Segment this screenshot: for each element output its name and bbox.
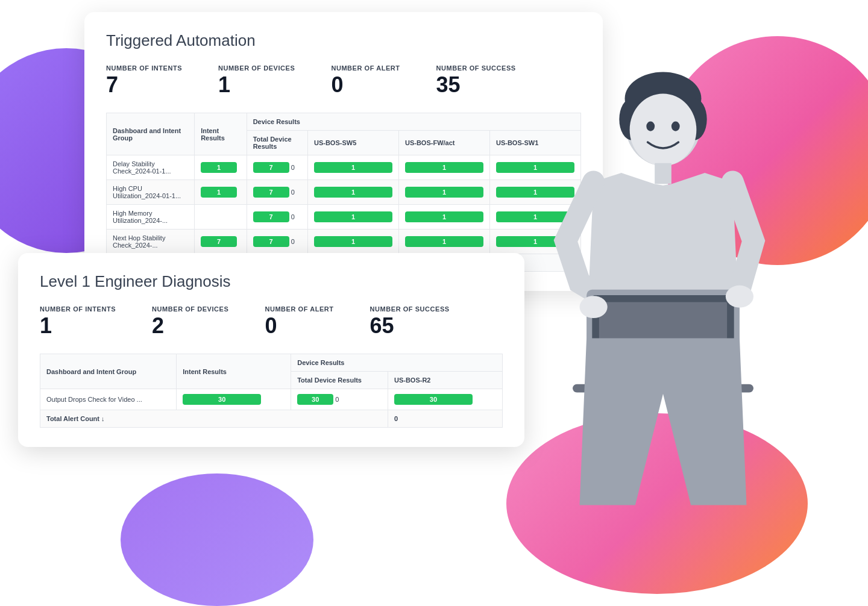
svg-rect-7	[655, 163, 671, 184]
stat-devices-label-back: NUMBER OF DEVICES	[218, 64, 295, 72]
col-total-back: Total Device Results	[247, 131, 307, 155]
cell-name[interactable]: Next Hop Stability Check_2024-...	[107, 230, 195, 254]
stat-success-label-front: NUMBER OF SUCCESS	[370, 305, 450, 313]
svg-point-4	[630, 93, 697, 166]
stat-devices-value-front: 2	[152, 315, 228, 337]
stat-intents-value-front: 1	[40, 315, 116, 337]
stat-alert-label-front: NUMBER OF ALERT	[265, 305, 333, 313]
cell-fw: 1	[398, 205, 489, 230]
person-image	[518, 60, 808, 512]
col-sw5: US-BOS-SW5	[307, 131, 398, 155]
cell-total: 30 0	[291, 389, 388, 410]
cell-name[interactable]: Output Drops Check for Video ...	[40, 389, 177, 410]
cell-name[interactable]: High Memory Utilization_2024-...	[107, 205, 195, 230]
stat-success-value-front: 65	[370, 315, 450, 337]
cell-total: 7 0	[247, 230, 307, 254]
stat-alert-label-back: NUMBER OF ALERT	[331, 64, 400, 72]
cell-sw5: 1	[307, 205, 398, 230]
stats-row-front: NUMBER OF INTENTS 1 NUMBER OF DEVICES 2 …	[40, 305, 503, 337]
col-intent-results-front: Intent Results	[177, 354, 291, 389]
col-dashboard-front: Dashboard and Intent Group	[40, 354, 177, 389]
total-row: Total Alert Count ↓ 0	[40, 410, 503, 428]
stat-intents-value-back: 7	[106, 74, 182, 96]
col-device-results-front: Device Results	[291, 354, 503, 372]
col-dashboard-back: Dashboard and Intent Group	[107, 113, 195, 155]
total-value-front: 0	[388, 410, 502, 428]
card-back-title: Triggered Automation	[106, 31, 581, 50]
stat-intents-label-back: NUMBER OF INTENTS	[106, 64, 182, 72]
total-label-front: Total Alert Count ↓	[40, 410, 388, 428]
stat-success-value-back: 35	[436, 74, 516, 96]
col-r2: US-BOS-R2	[388, 372, 502, 389]
cell-sw5: 1	[307, 230, 398, 254]
col-intent-results-back: Intent Results	[195, 113, 247, 155]
stat-devices-label-front: NUMBER OF DEVICES	[152, 305, 228, 313]
svg-point-5	[646, 122, 655, 131]
table-row: Output Drops Check for Video ... 30 30 0…	[40, 389, 503, 410]
stat-alert-value-front: 0	[265, 315, 333, 337]
level1-diagnosis-card: Level 1 Engineer Diagnosis NUMBER OF INT…	[18, 253, 524, 447]
stat-devices-value-back: 1	[218, 74, 295, 96]
table-row: Delay Stability Check_2024-01-1... 1 7 0…	[107, 155, 581, 180]
cell-name[interactable]: High CPU Utilization_2024-01-1...	[107, 180, 195, 205]
back-table: Dashboard and Intent Group Intent Result…	[106, 113, 581, 272]
cell-intent: 30	[177, 389, 291, 410]
cell-total: 7 0	[247, 155, 307, 180]
cell-intent: 7	[195, 230, 247, 254]
col-fw: US-BOS-FW/act	[398, 131, 489, 155]
cell-intent: 1	[195, 155, 247, 180]
cell-r2: 30	[388, 389, 502, 410]
card-front-title: Level 1 Engineer Diagnosis	[40, 272, 503, 291]
cell-fw: 1	[398, 180, 489, 205]
stat-alert-value-back: 0	[331, 74, 400, 96]
stat-success-back: NUMBER OF SUCCESS 35	[436, 64, 516, 96]
table-row: Next Hop Stability Check_2024-... 7 7 0 …	[107, 230, 581, 254]
cell-intent: 1	[195, 180, 247, 205]
svg-point-12	[580, 296, 608, 318]
svg-point-6	[671, 122, 680, 131]
cell-fw: 1	[398, 230, 489, 254]
cell-total: 7 0	[247, 180, 307, 205]
stat-devices-front: NUMBER OF DEVICES 2	[152, 305, 228, 337]
cell-name[interactable]: Delay Stability Check_2024-01-1...	[107, 155, 195, 180]
col-total-front: Total Device Results	[291, 372, 388, 389]
table-row: High Memory Utilization_2024-... 7 0 1 1…	[107, 205, 581, 230]
svg-point-13	[726, 286, 753, 308]
cell-total: 7 0	[247, 205, 307, 230]
cell-fw: 1	[398, 155, 489, 180]
stat-alert-front: NUMBER OF ALERT 0	[265, 305, 333, 337]
table-row: High CPU Utilization_2024-01-1... 1 7 0 …	[107, 180, 581, 205]
stat-success-front: NUMBER OF SUCCESS 65	[370, 305, 450, 337]
cell-sw5: 1	[307, 180, 398, 205]
stat-success-label-back: NUMBER OF SUCCESS	[436, 64, 516, 72]
stats-row-back: NUMBER OF INTENTS 7 NUMBER OF DEVICES 1 …	[106, 64, 581, 96]
front-table: Dashboard and Intent Group Intent Result…	[40, 354, 503, 428]
stat-intents-front: NUMBER OF INTENTS 1	[40, 305, 116, 337]
cell-intent	[195, 205, 247, 230]
stat-intents-back: NUMBER OF INTENTS 7	[106, 64, 182, 96]
stat-devices-back: NUMBER OF DEVICES 1	[218, 64, 295, 96]
cell-sw5: 1	[307, 155, 398, 180]
stat-alert-back: NUMBER OF ALERT 0	[331, 64, 400, 96]
stat-intents-label-front: NUMBER OF INTENTS	[40, 305, 116, 313]
blob-purple-bottom	[121, 473, 313, 606]
